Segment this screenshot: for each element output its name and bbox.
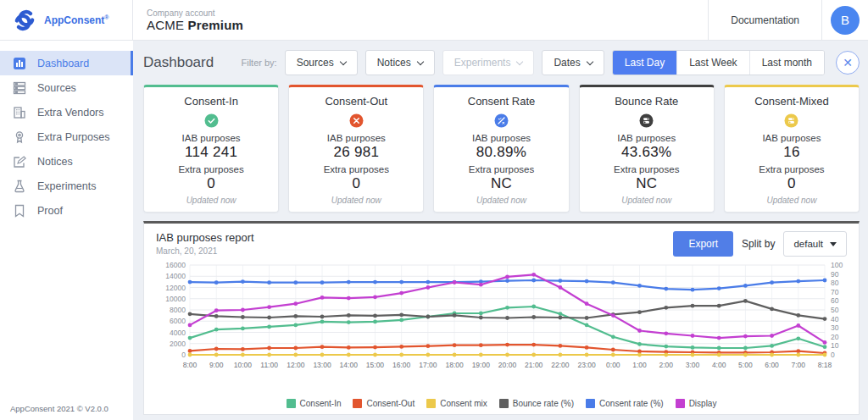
chart-area: 0200040006000800010000120001400016000010…: [156, 258, 847, 399]
last-month-button[interactable]: Last month: [750, 51, 824, 75]
card-title: Consent Rate: [468, 95, 536, 108]
extra-purposes-label: Extra purposes: [178, 164, 243, 174]
brand-name: AppConsent®: [44, 14, 109, 26]
svg-text:14:00: 14:00: [340, 361, 359, 369]
rate-percent-icon: [487, 113, 515, 128]
svg-text:2:00: 2:00: [659, 361, 673, 369]
sidebar-item-label: Extra Vendors: [37, 107, 104, 119]
extra-purposes-label: Extra purposes: [469, 164, 534, 174]
iab-purposes-label: IAB purposes: [762, 133, 821, 143]
filter-by-label: Filter by:: [241, 58, 276, 68]
legend-item[interactable]: Consent-In: [287, 399, 342, 408]
notices-dropdown[interactable]: Notices: [365, 50, 435, 75]
legend-label: Consent-Out: [366, 399, 415, 408]
extra-purposes-label: Extra purposes: [324, 164, 389, 174]
svg-text:60: 60: [831, 296, 839, 305]
sidebar-item-label: Experiments: [37, 180, 96, 192]
main-content: Dashboard Filter by: Sources Notices Exp…: [133, 41, 868, 420]
iab-purposes-value: 26 981: [333, 144, 379, 161]
svg-text:10: 10: [831, 341, 839, 350]
iab-purposes-label: IAB purposes: [182, 133, 241, 143]
svg-text:13:00: 13:00: [313, 361, 331, 369]
consent-rate-card: Consent Rate IAB purposes 80.89% Extra p…: [433, 85, 569, 213]
user-avatar[interactable]: B: [831, 6, 860, 35]
sidebar-item-label: Extra Purposes: [37, 131, 109, 143]
svg-text:23:00: 23:00: [577, 361, 596, 369]
sidebar-item-experiments[interactable]: Experiments: [0, 174, 133, 198]
svg-text:3:00: 3:00: [686, 361, 700, 369]
dates-dropdown[interactable]: Dates: [542, 50, 604, 75]
close-filters-button[interactable]: ✕: [836, 51, 860, 75]
bounce-rate-card: Bounce Rate IAB purposes 43.63% Extra pu…: [579, 85, 715, 213]
svg-text:12:00: 12:00: [287, 361, 305, 369]
svg-text:30: 30: [831, 323, 839, 332]
app-version-text: AppConsent 2021 © V2.0.0: [10, 404, 108, 413]
bookmark-icon: [13, 204, 26, 218]
split-by-label: Split by: [742, 238, 775, 250]
svg-text:10000: 10000: [165, 295, 186, 303]
updated-status: Updated now: [476, 196, 526, 205]
updated-status: Updated now: [331, 196, 381, 205]
svg-text:1:00: 1:00: [632, 361, 647, 369]
svg-text:50: 50: [831, 306, 839, 314]
consent-in-card: Consent-In IAB purposes 114 241 Extra pu…: [143, 85, 279, 213]
svg-text:16:00: 16:00: [392, 361, 411, 369]
legend-swatch-icon: [676, 399, 685, 408]
split-by-select[interactable]: default: [783, 231, 847, 257]
iab-purposes-label: IAB purposes: [617, 133, 676, 143]
export-button[interactable]: Export: [673, 231, 733, 257]
consent-out-card: Consent-Out IAB purposes 26 981 Extra pu…: [288, 85, 424, 213]
svg-text:0: 0: [831, 351, 835, 359]
legend-swatch-icon: [287, 399, 296, 408]
edit-icon: [13, 155, 26, 169]
building-icon: [13, 106, 26, 119]
svg-text:19:00: 19:00: [472, 361, 491, 369]
sidebar-item-proof[interactable]: Proof: [0, 198, 133, 223]
svg-text:18:00: 18:00: [445, 361, 464, 369]
brand-area[interactable]: AppConsent®: [0, 0, 133, 40]
iab-purposes-label: IAB purposes: [472, 133, 531, 143]
legend-item[interactable]: Consent mix: [426, 399, 487, 408]
updated-status: Updated now: [766, 196, 816, 205]
sidebar-item-label: Proof: [37, 205, 63, 217]
last-week-button[interactable]: Last Week: [677, 51, 749, 75]
close-icon: ✕: [843, 56, 853, 69]
svg-text:6:00: 6:00: [765, 361, 779, 369]
sidebar-item-sources[interactable]: Sources: [0, 75, 133, 100]
x-circle-icon: [342, 113, 370, 128]
chevron-down-icon: [416, 58, 423, 64]
svg-text:90: 90: [831, 270, 839, 279]
legend-item[interactable]: Consent-Out: [353, 399, 415, 408]
report-title: IAB purposes report: [156, 231, 254, 244]
sidebar-item-extra-purposes[interactable]: Extra Purposes: [0, 124, 133, 149]
last-day-button[interactable]: Last Day: [613, 51, 677, 75]
extra-purposes-value: 0: [207, 175, 215, 192]
svg-text:6000: 6000: [170, 317, 186, 325]
sidebar-item-dashboard[interactable]: Dashboard: [0, 51, 133, 75]
sidebar-item-label: Sources: [37, 82, 76, 94]
documentation-link[interactable]: Documentation: [708, 0, 822, 40]
svg-text:20: 20: [831, 333, 839, 341]
card-title: Consent-In: [184, 95, 238, 108]
legend-swatch-icon: [353, 399, 362, 408]
svg-text:7:00: 7:00: [792, 361, 806, 369]
svg-text:8:18: 8:18: [818, 361, 832, 369]
svg-text:70: 70: [831, 288, 839, 296]
chevron-down-icon: [339, 58, 346, 64]
svg-text:11:00: 11:00: [260, 361, 278, 369]
experiments-dropdown: Experiments: [442, 50, 535, 75]
sidebar-item-extra-vendors[interactable]: Extra Vendors: [0, 100, 133, 124]
extra-purposes-label: Extra purposes: [614, 164, 679, 174]
svg-text:4:00: 4:00: [712, 361, 726, 369]
legend-item[interactable]: Display: [676, 399, 717, 408]
svg-text:80: 80: [831, 279, 839, 287]
iab-report-chart: 0200040006000800010000120001400016000010…: [156, 258, 852, 377]
legend-item[interactable]: Consent rate (%): [586, 399, 664, 408]
legend-item[interactable]: Bounce rate (%): [499, 399, 574, 408]
account-info: Company account ACME Premium: [133, 0, 708, 40]
sources-dropdown[interactable]: Sources: [285, 50, 358, 75]
consent-mixed-card: Consent-Mixed IAB purposes 16 Extra purp…: [724, 85, 860, 213]
svg-text:8000: 8000: [170, 306, 186, 314]
sidebar-item-notices[interactable]: Notices: [0, 149, 133, 174]
top-header: AppConsent® Company account ACME Premium…: [0, 0, 868, 41]
